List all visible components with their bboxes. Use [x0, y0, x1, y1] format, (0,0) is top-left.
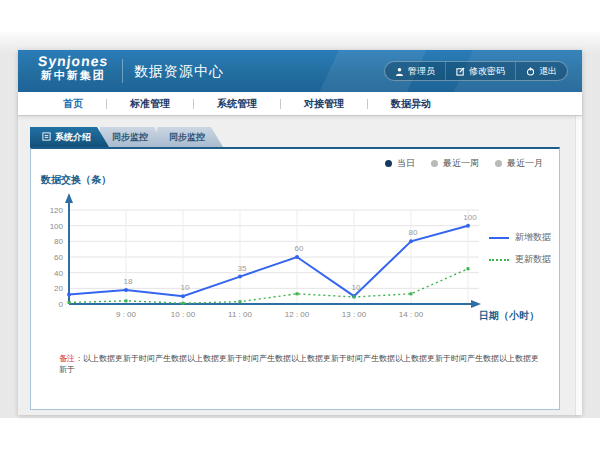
- app-header: Synjones 新中新集团 数据资源中心 管理员 修改密码: [18, 50, 582, 92]
- edit-icon: [456, 67, 465, 76]
- user-account-button[interactable]: 管理员: [385, 62, 445, 80]
- chart-legend: 新增数据 更新数据: [489, 231, 551, 266]
- svg-text:10: 10: [352, 283, 361, 292]
- document-icon: [42, 132, 51, 143]
- nav-item-standard-management[interactable]: 标准管理: [107, 97, 193, 111]
- legend-item-new-data: 新增数据: [489, 231, 551, 244]
- power-icon: [526, 67, 535, 76]
- svg-text:13 : 00: 13 : 00: [342, 310, 367, 319]
- user-account-label: 管理员: [408, 65, 435, 78]
- change-password-button[interactable]: 修改密码: [445, 62, 515, 80]
- svg-text:100: 100: [463, 213, 477, 222]
- svg-text:9 : 00: 9 : 00: [116, 310, 137, 319]
- tab-label: 同步监控: [169, 131, 205, 144]
- svg-text:100: 100: [50, 222, 64, 231]
- svg-text:40: 40: [54, 269, 63, 278]
- svg-text:日期（小时）: 日期（小时）: [479, 310, 539, 321]
- chart-panel: 当日 最近一周 最近一月 数据交换（条） 0204060801001209 : …: [30, 147, 560, 410]
- user-icon: [395, 67, 404, 76]
- svg-text:18: 18: [124, 277, 133, 286]
- tab-bar: 系统介绍 同步监控 同步监控: [30, 127, 214, 147]
- logout-button[interactable]: 退出: [515, 62, 567, 80]
- svg-text:35: 35: [238, 264, 247, 273]
- logo-company-name: 新中新集团: [38, 69, 108, 81]
- svg-text:60: 60: [295, 244, 304, 253]
- tab-sync-monitor-2[interactable]: 同步监控: [157, 127, 223, 147]
- logout-label: 退出: [539, 65, 557, 78]
- content-area: 系统介绍 同步监控 同步监控 当日 最近一周: [18, 116, 582, 415]
- svg-text:80: 80: [409, 228, 418, 237]
- tab-system-intro[interactable]: 系统介绍: [30, 127, 109, 147]
- solid-line-icon: [489, 237, 509, 239]
- svg-text:80: 80: [54, 237, 63, 246]
- svg-text:10 : 00: 10 : 00: [171, 310, 196, 319]
- change-password-label: 修改密码: [469, 65, 505, 78]
- legend-label: 更新数据: [515, 253, 551, 266]
- svg-text:60: 60: [54, 253, 63, 262]
- page-title: 数据资源中心: [134, 63, 224, 81]
- header-user-toolbar: 管理员 修改密码 退出: [384, 61, 568, 81]
- tab-label: 系统介绍: [55, 131, 91, 144]
- svg-text:20: 20: [54, 284, 63, 293]
- svg-text:14 : 00: 14 : 00: [399, 310, 424, 319]
- nav-item-system-management[interactable]: 系统管理: [194, 97, 280, 111]
- footnote: 备注：以上数据更新于时间产生数据以上数据更新于时间产生数据以上数据更新于时间产生…: [59, 353, 545, 375]
- footnote-text: 以上数据更新于时间产生数据以上数据更新于时间产生数据以上数据更新于时间产生数据以…: [59, 354, 539, 374]
- nav-item-interface-management[interactable]: 对接管理: [281, 97, 367, 111]
- footnote-label: 备注：: [59, 354, 83, 363]
- vertical-scrollbar[interactable]: [575, 116, 582, 415]
- legend-item-updated-data: 更新数据: [489, 253, 551, 266]
- nav-item-home[interactable]: 首页: [40, 97, 106, 111]
- tab-sync-monitor-1[interactable]: 同步监控: [100, 127, 166, 147]
- company-logo: Synjones 新中新集团: [38, 54, 108, 81]
- logo-divider: [122, 59, 123, 83]
- legend-label: 新增数据: [515, 231, 551, 244]
- tab-label: 同步监控: [112, 131, 148, 144]
- app-window: Synjones 新中新集团 数据资源中心 管理员 修改密码: [18, 50, 582, 415]
- nav-item-data-change[interactable]: 数据异动: [368, 97, 454, 111]
- svg-text:11 : 00: 11 : 00: [228, 310, 252, 319]
- svg-text:12 : 00: 12 : 00: [285, 310, 310, 319]
- svg-text:10: 10: [181, 283, 190, 292]
- logo-brand-text: Synjones: [37, 54, 109, 69]
- main-navigation: 首页 标准管理 系统管理 对接管理 数据异动: [18, 92, 582, 116]
- dotted-line-icon: [489, 259, 509, 261]
- svg-text:120: 120: [50, 206, 64, 215]
- svg-text:0: 0: [59, 300, 64, 309]
